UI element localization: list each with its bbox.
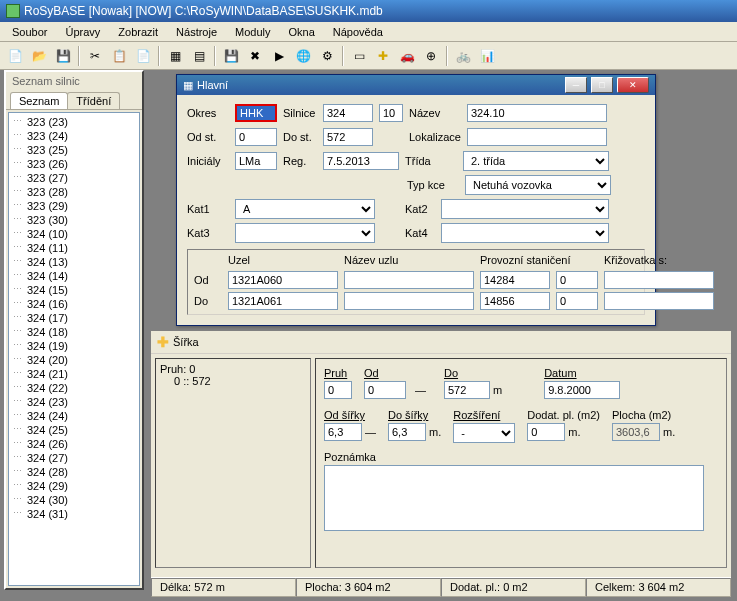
silnice-b-input[interactable] xyxy=(379,104,403,122)
tree-item[interactable]: 324 (19) xyxy=(9,339,139,353)
od-kriz-input[interactable] xyxy=(604,271,714,289)
tree-item[interactable]: 324 (13) xyxy=(9,255,139,269)
tab-trideni[interactable]: Třídění xyxy=(67,92,120,109)
tree-item[interactable]: 324 (11) xyxy=(9,241,139,255)
tree-item[interactable]: 324 (28) xyxy=(9,465,139,479)
tree-item[interactable]: 324 (20) xyxy=(9,353,139,367)
od-nazev-input[interactable] xyxy=(344,271,474,289)
kat2-select[interactable] xyxy=(441,199,609,219)
hlavni-titlebar[interactable]: ▦ Hlavní ─ □ ✕ xyxy=(177,75,655,95)
tree-item[interactable]: 323 (30) xyxy=(9,213,139,227)
tree-item[interactable]: 323 (29) xyxy=(9,199,139,213)
tree-item[interactable]: 323 (26) xyxy=(9,157,139,171)
tb-cut[interactable]: ✂ xyxy=(84,45,106,67)
tb-gear[interactable]: ⚙ xyxy=(316,45,338,67)
trida-select[interactable]: 2. třída xyxy=(463,151,609,171)
menu-okna[interactable]: Okna xyxy=(281,24,323,39)
tb-card[interactable]: ▭ xyxy=(348,45,370,67)
dosirky-input[interactable] xyxy=(388,423,426,441)
tree-item[interactable]: 324 (18) xyxy=(9,325,139,339)
odst-input[interactable] xyxy=(235,128,277,146)
kat3-select[interactable] xyxy=(235,223,375,243)
menu-napoveda[interactable]: Nápověda xyxy=(325,24,391,39)
tb-new[interactable]: 📄 xyxy=(4,45,26,67)
sirka-titlebar[interactable]: ✚ Šířka xyxy=(151,331,731,354)
tree-item[interactable]: 324 (23) xyxy=(9,395,139,409)
odsirky-input[interactable] xyxy=(324,423,362,441)
od-prov-input[interactable] xyxy=(480,271,550,289)
tree-item[interactable]: 323 (24) xyxy=(9,129,139,143)
datum-input[interactable] xyxy=(544,381,620,399)
inicialy-input[interactable] xyxy=(235,152,277,170)
tb-paste[interactable]: 📄 xyxy=(132,45,154,67)
do-prov-input[interactable] xyxy=(480,292,550,310)
tb-bike[interactable]: 🚲 xyxy=(452,45,474,67)
tree-item[interactable]: 324 (27) xyxy=(9,451,139,465)
tree-item[interactable]: 323 (27) xyxy=(9,171,139,185)
s-od-input[interactable] xyxy=(364,381,406,399)
tb-x[interactable]: ✖ xyxy=(244,45,266,67)
od-prov2-input[interactable] xyxy=(556,271,598,289)
tree-item[interactable]: 324 (10) xyxy=(9,227,139,241)
tree-item[interactable]: 324 (29) xyxy=(9,479,139,493)
tree-item[interactable]: 323 (28) xyxy=(9,185,139,199)
hlavni-maximize[interactable]: □ xyxy=(591,77,613,93)
silnice-input[interactable] xyxy=(323,104,373,122)
tb-plus[interactable]: ✚ xyxy=(372,45,394,67)
hlavni-minimize[interactable]: ─ xyxy=(565,77,587,93)
menu-zobrazit[interactable]: Zobrazit xyxy=(110,24,166,39)
do-prov2-input[interactable] xyxy=(556,292,598,310)
menu-nastroje[interactable]: Nástroje xyxy=(168,24,225,39)
reg-input[interactable] xyxy=(323,152,399,170)
pruh-input[interactable] xyxy=(324,381,352,399)
tb-target[interactable]: ⊕ xyxy=(420,45,442,67)
tab-seznam[interactable]: Seznam xyxy=(10,92,68,109)
tree-item[interactable]: 324 (26) xyxy=(9,437,139,451)
tree-item[interactable]: 324 (17) xyxy=(9,311,139,325)
kat1-select[interactable]: A xyxy=(235,199,375,219)
s-do-input[interactable] xyxy=(444,381,490,399)
tb-grid1[interactable]: ▦ xyxy=(164,45,186,67)
sirka-tree[interactable]: Pruh: 0 0 :: 572 xyxy=(155,358,311,568)
poznamka-input[interactable] xyxy=(324,465,704,531)
kat4-select[interactable] xyxy=(441,223,609,243)
tb-grid2[interactable]: ▤ xyxy=(188,45,210,67)
typkce-select[interactable]: Netuhá vozovka xyxy=(465,175,611,195)
dost-input[interactable] xyxy=(323,128,373,146)
od-uzel-input[interactable] xyxy=(228,271,338,289)
tree-item[interactable]: 324 (30) xyxy=(9,493,139,507)
tree-item[interactable]: 323 (25) xyxy=(9,143,139,157)
okres-input[interactable] xyxy=(235,104,277,122)
tree-item[interactable]: 324 (31) xyxy=(9,507,139,521)
tb-open[interactable]: 📂 xyxy=(28,45,50,67)
tree-item[interactable]: 324 (15) xyxy=(9,283,139,297)
tree-item[interactable]: 324 (24) xyxy=(9,409,139,423)
do-kriz-input[interactable] xyxy=(604,292,714,310)
tb-globe[interactable]: 🌐 xyxy=(292,45,314,67)
tree-pruh-node[interactable]: Pruh: 0 xyxy=(160,363,306,375)
dodatpl-input[interactable] xyxy=(527,423,565,441)
tb-copy[interactable]: 📋 xyxy=(108,45,130,67)
menu-upravy[interactable]: Úpravy xyxy=(57,24,108,39)
tree-range-node[interactable]: 0 :: 572 xyxy=(160,375,306,387)
tree-item[interactable]: 324 (16) xyxy=(9,297,139,311)
tree-item[interactable]: 324 (14) xyxy=(9,269,139,283)
tree-item[interactable]: 324 (22) xyxy=(9,381,139,395)
do-nazev-input[interactable] xyxy=(344,292,474,310)
road-tree[interactable]: 323 (23)323 (24)323 (25)323 (26)323 (27)… xyxy=(8,112,140,586)
nazev-input[interactable] xyxy=(467,104,607,122)
hlavni-close[interactable]: ✕ xyxy=(617,77,649,93)
menu-moduly[interactable]: Moduly xyxy=(227,24,278,39)
tb-chart[interactable]: 📊 xyxy=(476,45,498,67)
tree-item[interactable]: 323 (23) xyxy=(9,115,139,129)
tb-save[interactable]: 💾 xyxy=(52,45,74,67)
menu-soubor[interactable]: Soubor xyxy=(4,24,55,39)
tb-car[interactable]: 🚗 xyxy=(396,45,418,67)
rozsireni-select[interactable]: - xyxy=(453,423,515,443)
tb-disk[interactable]: 💾 xyxy=(220,45,242,67)
lokalizace-input[interactable] xyxy=(467,128,607,146)
tb-play[interactable]: ▶ xyxy=(268,45,290,67)
do-uzel-input[interactable] xyxy=(228,292,338,310)
tree-item[interactable]: 324 (21) xyxy=(9,367,139,381)
tree-item[interactable]: 324 (25) xyxy=(9,423,139,437)
